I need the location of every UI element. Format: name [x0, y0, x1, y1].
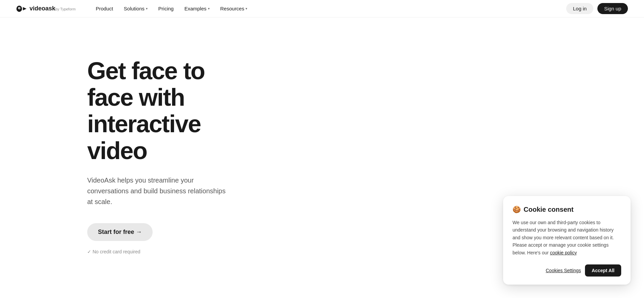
cookie-title: 🍪 Cookie consent [513, 205, 621, 213]
cookie-icon: 🍪 [513, 205, 521, 213]
cookie-buttons: Cookies Settings Accept All [513, 264, 621, 277]
nav-examples[interactable]: Examples ▾ [180, 4, 214, 13]
cookie-text: We use our own and third-party cookies t… [513, 219, 621, 256]
navbar-right: Log in Sign up [566, 3, 628, 14]
login-button[interactable]: Log in [566, 3, 593, 14]
no-credit-label: ✓ No credit card required [87, 249, 228, 254]
hero-section: Get face to face with interactive video … [0, 17, 228, 275]
cookie-banner: 🍪 Cookie consent We use our own and thir… [503, 196, 631, 285]
nav-solutions[interactable]: Solutions ▾ [120, 4, 152, 13]
cookie-policy-link[interactable]: cookie policy [550, 250, 577, 255]
nav-links: Product Solutions ▾ Pricing Examples ▾ R… [92, 4, 251, 13]
hero-title: Get face to face with interactive video [87, 58, 228, 164]
nav-resources[interactable]: Resources ▾ [216, 4, 252, 13]
examples-chevron-icon: ▾ [208, 7, 210, 10]
logo-icon [16, 5, 27, 12]
accept-all-button[interactable]: Accept All [585, 264, 621, 277]
svg-point-2 [19, 8, 20, 8]
hero-subtitle: VideoAsk helps you streamline your conve… [87, 175, 228, 207]
start-for-free-button[interactable]: Start for free → [87, 223, 153, 241]
cookies-settings-button[interactable]: Cookies Settings [546, 264, 581, 277]
logo[interactable]: videoaskby Typeform [16, 5, 75, 12]
resources-chevron-icon: ▾ [246, 7, 247, 10]
solutions-chevron-icon: ▾ [146, 7, 148, 10]
hero-cta-wrapper: Start for free → ✓ No credit card requir… [87, 223, 228, 254]
navbar: videoaskby Typeform Product Solutions ▾ … [0, 0, 644, 17]
navbar-left: videoaskby Typeform Product Solutions ▾ … [16, 4, 251, 13]
signup-button[interactable]: Sign up [597, 3, 628, 14]
nav-pricing[interactable]: Pricing [154, 4, 178, 13]
nav-product[interactable]: Product [92, 4, 117, 13]
logo-text: videoaskby Typeform [30, 5, 75, 12]
